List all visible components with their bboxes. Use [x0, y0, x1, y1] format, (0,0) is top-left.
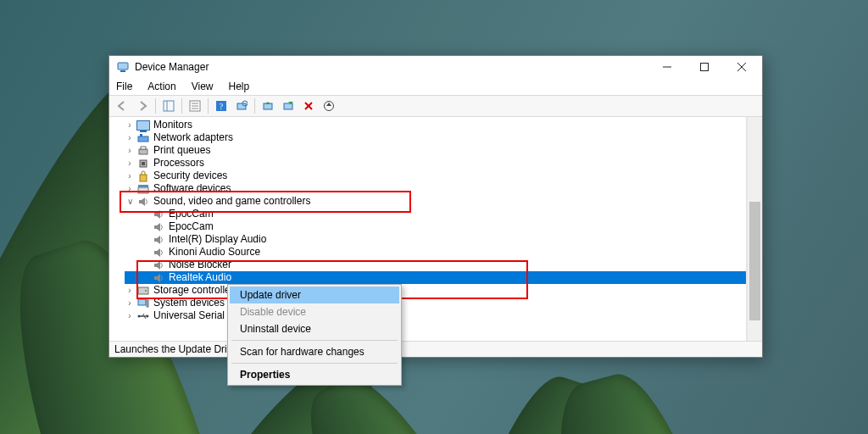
expand-icon[interactable]: › [125, 119, 135, 131]
svg-rect-26 [142, 162, 145, 165]
pc-icon [136, 297, 150, 309]
forward-button[interactable] [133, 97, 152, 115]
tree-item[interactable]: ›System devices [125, 297, 746, 309]
svg-rect-1 [120, 70, 125, 72]
show-hide-tree-button[interactable] [159, 97, 178, 115]
menu-view[interactable]: View [190, 80, 215, 93]
svg-rect-14 [237, 103, 246, 109]
disk-icon [136, 284, 150, 297]
context-menu-item[interactable]: Properties [230, 366, 399, 383]
tree-item[interactable]: EpocCam [125, 208, 746, 220]
tree-item[interactable]: ›Monitors [125, 119, 746, 131]
security-icon [136, 170, 150, 182]
svg-text:?: ? [220, 102, 224, 111]
svg-rect-29 [138, 185, 148, 187]
context-menu: Update driverDisable deviceUninstall dev… [227, 284, 402, 386]
expand-icon[interactable]: › [125, 144, 135, 157]
tree-item-label: EpocCam [169, 220, 214, 233]
svg-point-34 [138, 314, 141, 317]
tree-item[interactable]: ›Network adapters [125, 131, 746, 144]
toolbar-separator [155, 98, 156, 114]
software-icon [136, 182, 150, 195]
scrollbar-thumb[interactable] [749, 202, 760, 320]
menu-separator [231, 363, 398, 364]
svg-rect-32 [138, 299, 146, 305]
vertical-scrollbar[interactable] [747, 117, 762, 341]
tree-item[interactable]: ∨Sound, video and game controllers [125, 195, 746, 208]
tree-item[interactable]: EpocCam [125, 220, 746, 233]
expand-icon[interactable]: › [125, 170, 135, 182]
tree-item-label: Sound, video and game controllers [153, 195, 310, 208]
tree-item[interactable]: Realtek Audio [125, 271, 746, 284]
toolbar: ? [109, 95, 762, 117]
svg-rect-17 [284, 103, 292, 109]
speaker-icon [152, 259, 165, 271]
context-menu-item[interactable]: Update driver [230, 287, 399, 303]
device-manager-icon [116, 60, 130, 74]
tree-item[interactable]: ›Software devices [125, 182, 746, 195]
update-driver-button[interactable] [259, 97, 277, 115]
speaker-icon [152, 208, 165, 220]
tree-item-label: Software devices [153, 182, 231, 195]
tree-item-label: System devices [153, 297, 225, 309]
svg-rect-30 [138, 287, 148, 294]
tree-item-label: Noise Blocker [169, 259, 231, 271]
close-button[interactable] [723, 56, 760, 78]
menubar: File Action View Help [109, 78, 762, 95]
svg-point-31 [145, 290, 147, 292]
svg-rect-0 [118, 63, 128, 70]
tree-item[interactable]: ›Universal Serial Bus controllers [125, 309, 746, 322]
tree-item[interactable]: ›Processors [125, 157, 746, 170]
cpu-icon [136, 157, 150, 170]
svg-rect-23 [139, 149, 147, 154]
minimize-button[interactable] [648, 56, 686, 78]
statusbar: Launches the Update Driver Wizard for th… [109, 341, 762, 357]
tree-client-area: ›Monitors›Network adapters›Print queues›… [109, 117, 762, 341]
device-tree[interactable]: ›Monitors›Network adapters›Print queues›… [109, 117, 747, 341]
context-menu-item[interactable]: Scan for hardware changes [230, 343, 399, 360]
speaker-icon [152, 246, 165, 259]
tree-item[interactable]: ›Print queues [125, 144, 746, 157]
svg-rect-6 [164, 101, 174, 111]
back-button[interactable] [113, 97, 131, 115]
disable-device-button[interactable] [279, 97, 298, 115]
tree-item[interactable]: Kinoni Audio Source [125, 246, 746, 259]
toolbar-separator [208, 98, 209, 114]
uninstall-device-button[interactable] [299, 97, 318, 115]
expand-icon[interactable]: › [125, 182, 135, 195]
tree-item-label: Intel(R) Display Audio [169, 233, 266, 246]
collapse-icon[interactable]: ∨ [125, 195, 135, 208]
expand-icon[interactable]: › [125, 131, 135, 144]
scan-hardware-button[interactable] [232, 97, 251, 115]
tree-item-label: Kinoni Audio Source [169, 246, 260, 259]
tree-item[interactable]: Intel(R) Display Audio [125, 233, 746, 246]
help-button[interactable]: ? [212, 97, 231, 115]
tree-item[interactable]: Noise Blocker [125, 259, 746, 271]
menu-action[interactable]: Action [146, 80, 177, 93]
tree-item[interactable]: ›Security devices [125, 170, 746, 182]
device-manager-window: Device Manager File Action View Help ? [108, 55, 763, 358]
tree-item-label: Print queues [153, 144, 210, 157]
speaker-icon [152, 233, 165, 246]
svg-rect-24 [141, 147, 146, 149]
svg-rect-22 [140, 134, 142, 136]
menu-separator [231, 340, 398, 341]
desktop-background: Device Manager File Action View Help ? [0, 0, 868, 434]
context-menu-item: Disable device [230, 303, 399, 320]
tree-item[interactable]: ›Storage controllers [125, 284, 746, 297]
svg-rect-33 [147, 300, 148, 307]
expand-icon[interactable]: › [125, 309, 135, 322]
titlebar[interactable]: Device Manager [109, 56, 762, 78]
maximize-button[interactable] [686, 56, 723, 78]
svg-rect-3 [701, 64, 709, 71]
expand-icon[interactable]: › [125, 297, 135, 309]
properties-button[interactable] [186, 97, 204, 115]
menu-help[interactable]: Help [227, 80, 252, 93]
expand-icon[interactable]: › [125, 284, 135, 297]
expand-icon[interactable]: › [125, 157, 135, 170]
add-legacy-hardware-button[interactable] [320, 97, 338, 115]
context-menu-item[interactable]: Uninstall device [230, 320, 399, 337]
menu-file[interactable]: File [114, 80, 134, 93]
speaker-icon [152, 271, 165, 284]
monitor-icon [136, 119, 150, 131]
